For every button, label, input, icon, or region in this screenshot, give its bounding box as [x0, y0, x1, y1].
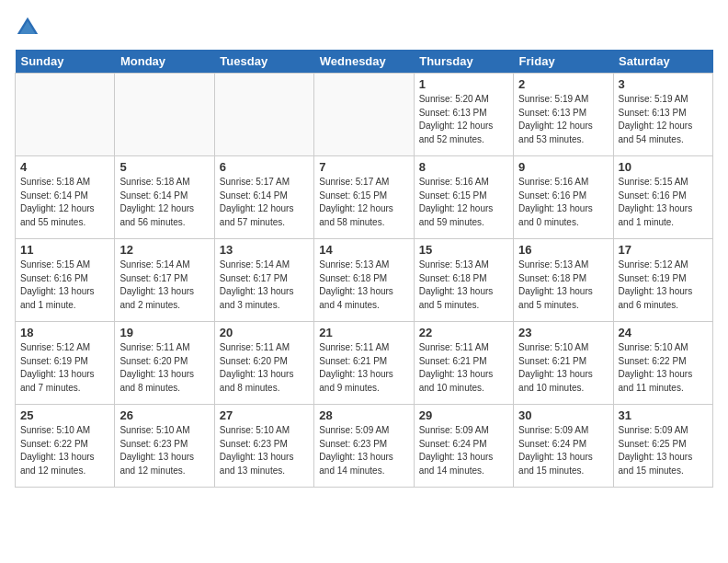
day-number: 26	[119, 408, 209, 422]
day-info: Sunrise: 5:13 AM Sunset: 6:18 PM Dayligh…	[319, 259, 408, 312]
calendar-cell: 16Sunrise: 5:13 AM Sunset: 6:18 PM Dayli…	[514, 239, 613, 322]
calendar-cell: 20Sunrise: 5:11 AM Sunset: 6:20 PM Dayli…	[214, 322, 313, 405]
day-info: Sunrise: 5:10 AM Sunset: 6:22 PM Dayligh…	[20, 424, 109, 477]
calendar-cell: 6Sunrise: 5:17 AM Sunset: 6:14 PM Daylig…	[214, 156, 313, 239]
day-number: 25	[20, 408, 109, 422]
day-number: 6	[220, 160, 309, 174]
calendar-cell: 7Sunrise: 5:17 AM Sunset: 6:15 PM Daylig…	[314, 156, 414, 239]
calendar-week-row: 11Sunrise: 5:15 AM Sunset: 6:16 PM Dayli…	[16, 239, 713, 322]
day-info: Sunrise: 5:20 AM Sunset: 6:13 PM Dayligh…	[419, 93, 508, 146]
calendar-cell: 22Sunrise: 5:11 AM Sunset: 6:21 PM Dayli…	[414, 322, 513, 405]
calendar-cell: 5Sunrise: 5:18 AM Sunset: 6:14 PM Daylig…	[115, 156, 214, 239]
day-number: 21	[319, 326, 408, 339]
day-info: Sunrise: 5:10 AM Sunset: 6:23 PM Dayligh…	[220, 424, 309, 477]
day-info: Sunrise: 5:11 AM Sunset: 6:21 PM Dayligh…	[319, 341, 408, 395]
day-number: 24	[619, 326, 708, 339]
calendar-cell: 14Sunrise: 5:13 AM Sunset: 6:18 PM Dayli…	[314, 239, 414, 322]
calendar-week-row: 4Sunrise: 5:18 AM Sunset: 6:14 PM Daylig…	[16, 156, 713, 239]
calendar-cell: 13Sunrise: 5:14 AM Sunset: 6:17 PM Dayli…	[214, 239, 313, 322]
day-number: 14	[319, 243, 408, 257]
calendar-week-row: 25Sunrise: 5:10 AM Sunset: 6:22 PM Dayli…	[16, 405, 713, 488]
day-info: Sunrise: 5:13 AM Sunset: 6:18 PM Dayligh…	[419, 259, 508, 312]
calendar-cell: 26Sunrise: 5:10 AM Sunset: 6:23 PM Dayli…	[115, 405, 214, 488]
day-number: 7	[319, 160, 408, 174]
day-number: 11	[20, 243, 109, 257]
day-info: Sunrise: 5:09 AM Sunset: 6:24 PM Dayligh…	[518, 424, 608, 477]
day-number: 12	[119, 243, 209, 257]
day-number: 20	[220, 326, 309, 339]
calendar-cell	[214, 74, 313, 156]
calendar-header-row: SundayMondayTuesdayWednesdayThursdayFrid…	[16, 50, 713, 74]
calendar-cell: 10Sunrise: 5:15 AM Sunset: 6:16 PM Dayli…	[613, 156, 712, 239]
day-info: Sunrise: 5:10 AM Sunset: 6:22 PM Dayligh…	[619, 341, 708, 395]
calendar-cell: 25Sunrise: 5:10 AM Sunset: 6:22 PM Dayli…	[16, 405, 115, 488]
day-number: 23	[518, 326, 608, 339]
day-number: 10	[619, 160, 708, 174]
calendar-cell: 17Sunrise: 5:12 AM Sunset: 6:19 PM Dayli…	[613, 239, 712, 322]
day-number: 19	[119, 326, 209, 339]
day-number: 3	[619, 77, 708, 91]
day-number: 27	[220, 408, 309, 422]
day-number: 16	[518, 243, 608, 257]
calendar-cell: 12Sunrise: 5:14 AM Sunset: 6:17 PM Dayli…	[115, 239, 214, 322]
day-number: 18	[20, 326, 109, 339]
calendar-cell: 31Sunrise: 5:09 AM Sunset: 6:25 PM Dayli…	[613, 405, 712, 488]
day-header-monday: Monday	[115, 50, 214, 74]
day-info: Sunrise: 5:12 AM Sunset: 6:19 PM Dayligh…	[20, 341, 109, 395]
day-info: Sunrise: 5:17 AM Sunset: 6:15 PM Dayligh…	[319, 176, 408, 229]
day-number: 13	[220, 243, 309, 257]
calendar-cell: 15Sunrise: 5:13 AM Sunset: 6:18 PM Dayli…	[414, 239, 513, 322]
day-number: 4	[20, 160, 109, 174]
day-number: 2	[518, 77, 608, 91]
calendar-cell: 24Sunrise: 5:10 AM Sunset: 6:22 PM Dayli…	[613, 322, 712, 405]
calendar-cell: 3Sunrise: 5:19 AM Sunset: 6:13 PM Daylig…	[613, 74, 712, 156]
day-info: Sunrise: 5:11 AM Sunset: 6:20 PM Dayligh…	[220, 341, 309, 395]
calendar-cell: 8Sunrise: 5:16 AM Sunset: 6:15 PM Daylig…	[414, 156, 513, 239]
calendar-week-row: 18Sunrise: 5:12 AM Sunset: 6:19 PM Dayli…	[16, 322, 713, 405]
calendar-cell: 19Sunrise: 5:11 AM Sunset: 6:20 PM Dayli…	[115, 322, 214, 405]
calendar-cell	[16, 74, 115, 156]
day-info: Sunrise: 5:17 AM Sunset: 6:14 PM Dayligh…	[220, 176, 309, 229]
calendar-cell: 29Sunrise: 5:09 AM Sunset: 6:24 PM Dayli…	[414, 405, 513, 488]
day-number: 15	[419, 243, 508, 257]
day-number: 22	[419, 326, 508, 339]
day-number: 30	[518, 408, 608, 422]
day-info: Sunrise: 5:15 AM Sunset: 6:16 PM Dayligh…	[619, 176, 708, 229]
day-info: Sunrise: 5:19 AM Sunset: 6:13 PM Dayligh…	[518, 93, 608, 146]
day-header-tuesday: Tuesday	[214, 50, 313, 74]
calendar-cell: 2Sunrise: 5:19 AM Sunset: 6:13 PM Daylig…	[514, 74, 613, 156]
calendar-cell	[115, 74, 214, 156]
day-header-sunday: Sunday	[16, 50, 115, 74]
day-info: Sunrise: 5:18 AM Sunset: 6:14 PM Dayligh…	[119, 176, 209, 229]
day-info: Sunrise: 5:14 AM Sunset: 6:17 PM Dayligh…	[220, 259, 309, 312]
day-info: Sunrise: 5:09 AM Sunset: 6:24 PM Dayligh…	[419, 424, 508, 477]
day-info: Sunrise: 5:14 AM Sunset: 6:17 PM Dayligh…	[119, 259, 209, 312]
day-number: 9	[518, 160, 608, 174]
calendar-cell: 1Sunrise: 5:20 AM Sunset: 6:13 PM Daylig…	[414, 74, 513, 156]
calendar-cell: 21Sunrise: 5:11 AM Sunset: 6:21 PM Dayli…	[314, 322, 414, 405]
day-header-saturday: Saturday	[613, 50, 712, 74]
day-number: 17	[619, 243, 708, 257]
day-info: Sunrise: 5:12 AM Sunset: 6:19 PM Dayligh…	[619, 259, 708, 312]
day-info: Sunrise: 5:13 AM Sunset: 6:18 PM Dayligh…	[518, 259, 608, 312]
calendar-cell: 28Sunrise: 5:09 AM Sunset: 6:23 PM Dayli…	[314, 405, 414, 488]
day-info: Sunrise: 5:16 AM Sunset: 6:16 PM Dayligh…	[518, 176, 608, 229]
logo	[15, 15, 44, 40]
day-info: Sunrise: 5:18 AM Sunset: 6:14 PM Dayligh…	[20, 176, 109, 229]
calendar-table: SundayMondayTuesdayWednesdayThursdayFrid…	[15, 50, 713, 488]
day-header-thursday: Thursday	[414, 50, 513, 74]
calendar-cell: 4Sunrise: 5:18 AM Sunset: 6:14 PM Daylig…	[16, 156, 115, 239]
day-number: 8	[419, 160, 508, 174]
day-info: Sunrise: 5:09 AM Sunset: 6:23 PM Dayligh…	[319, 424, 408, 477]
calendar-cell: 27Sunrise: 5:10 AM Sunset: 6:23 PM Dayli…	[214, 405, 313, 488]
calendar-cell: 23Sunrise: 5:10 AM Sunset: 6:21 PM Dayli…	[514, 322, 613, 405]
day-header-wednesday: Wednesday	[314, 50, 414, 74]
calendar-cell: 11Sunrise: 5:15 AM Sunset: 6:16 PM Dayli…	[16, 239, 115, 322]
day-info: Sunrise: 5:10 AM Sunset: 6:23 PM Dayligh…	[119, 424, 209, 477]
day-info: Sunrise: 5:15 AM Sunset: 6:16 PM Dayligh…	[20, 259, 109, 312]
day-number: 28	[319, 408, 408, 422]
day-number: 29	[419, 408, 508, 422]
day-number: 31	[619, 408, 708, 422]
day-info: Sunrise: 5:11 AM Sunset: 6:20 PM Dayligh…	[119, 341, 209, 395]
calendar-cell: 30Sunrise: 5:09 AM Sunset: 6:24 PM Dayli…	[514, 405, 613, 488]
